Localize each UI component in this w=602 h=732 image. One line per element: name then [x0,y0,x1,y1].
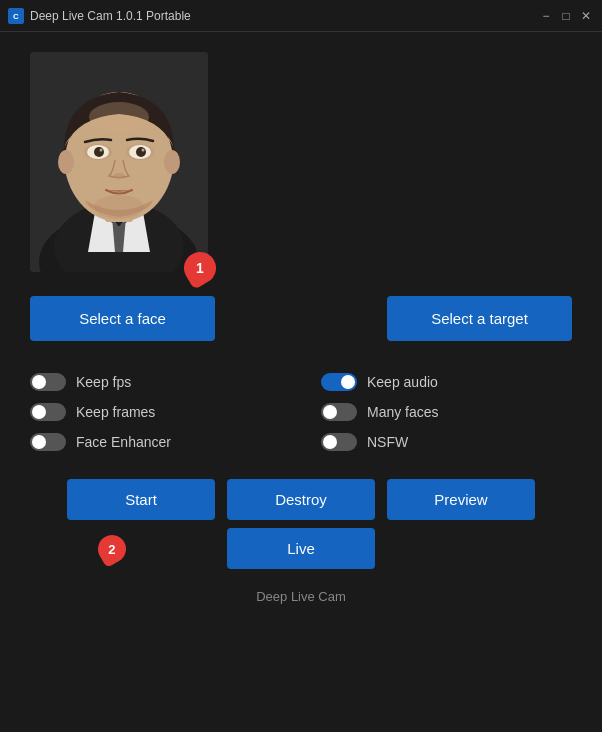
toggle-knob [323,435,337,449]
select-buttons-row: Select a face Select a target [30,296,572,341]
minimize-button[interactable]: − [538,8,554,24]
toggle-knob [32,375,46,389]
select-face-button[interactable]: Select a face [30,296,215,341]
toggle-knob [32,405,46,419]
footer-text: Deep Live Cam [256,589,346,604]
destroy-button[interactable]: Destroy [227,479,375,520]
toggle-knob [32,435,46,449]
top-section: 1 [30,52,572,272]
many-faces-toggle[interactable] [321,403,357,421]
face-section: 1 [30,52,208,272]
action-buttons: Start Destroy Preview [30,479,572,520]
keep-frames-toggle[interactable] [30,403,66,421]
toggle-nsfw: NSFW [321,433,572,451]
toggles-right: Keep audio Many faces NSFW [321,373,572,451]
svg-point-14 [136,147,146,157]
keep-audio-label: Keep audio [367,374,438,390]
toggle-many-faces: Many faces [321,403,572,421]
title-bar: C Deep Live Cam 1.0.1 Portable − □ ✕ [0,0,602,32]
svg-point-13 [94,147,104,157]
svg-text:C: C [13,12,19,21]
svg-point-8 [164,150,180,174]
title-bar-left: C Deep Live Cam 1.0.1 Portable [8,8,191,24]
live-badge-2: 2 [93,529,131,567]
svg-point-15 [100,149,103,152]
toggle-face-enhancer: Face Enhancer [30,433,281,451]
svg-point-19 [89,102,149,132]
toggle-keep-fps: Keep fps [30,373,281,391]
keep-frames-label: Keep frames [76,404,155,420]
app-icon: C [8,8,24,24]
toggle-keep-frames: Keep frames [30,403,281,421]
face-image [30,52,208,272]
many-faces-label: Many faces [367,404,439,420]
maximize-button[interactable]: □ [558,8,574,24]
title-bar-controls: − □ ✕ [538,8,594,24]
main-content: 1 Select a face Select a target Keep fps… [0,32,602,624]
keep-audio-toggle[interactable] [321,373,357,391]
svg-point-16 [142,149,145,152]
keep-fps-label: Keep fps [76,374,131,390]
close-button[interactable]: ✕ [578,8,594,24]
select-target-button[interactable]: Select a target [387,296,572,341]
svg-point-17 [113,173,125,179]
preview-button[interactable]: Preview [387,479,535,520]
app-title: Deep Live Cam 1.0.1 Portable [30,9,191,23]
toggles-left: Keep fps Keep frames Face Enhancer [30,373,281,451]
live-row: 2 Live [30,528,572,569]
keep-fps-toggle[interactable] [30,373,66,391]
start-button[interactable]: Start [67,479,215,520]
toggle-knob [323,405,337,419]
live-button[interactable]: Live [227,528,375,569]
toggles-section: Keep fps Keep frames Face Enhancer [30,373,572,451]
svg-point-7 [58,150,74,174]
toggle-keep-audio: Keep audio [321,373,572,391]
nsfw-toggle[interactable] [321,433,357,451]
nsfw-label: NSFW [367,434,408,450]
footer: Deep Live Cam [30,589,572,604]
face-enhancer-label: Face Enhancer [76,434,171,450]
face-enhancer-toggle[interactable] [30,433,66,451]
toggle-knob [341,375,355,389]
